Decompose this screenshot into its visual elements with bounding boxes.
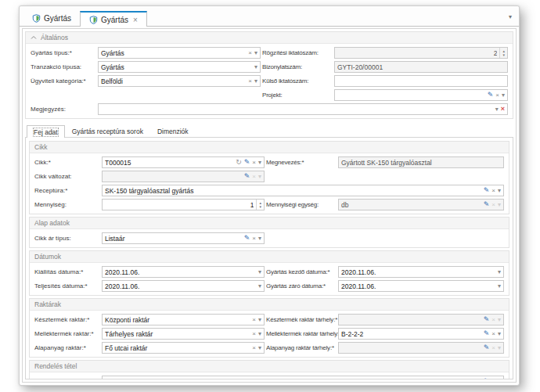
mellektermek-tarhely-field[interactable]: ✎×▾ xyxy=(338,328,504,340)
dropdown-icon[interactable]: ▾ xyxy=(258,160,261,166)
gyartas-zaro-datuma-input[interactable] xyxy=(339,281,497,291)
tab-gyartas-detail[interactable]: Gyártás × xyxy=(80,11,147,27)
ugyviteli-kategoria-field[interactable]: ×▾ xyxy=(98,75,261,87)
ugyviteli-kategoria-input[interactable] xyxy=(99,76,247,86)
section-title: Alap adatok xyxy=(34,219,70,227)
tab-overflow-icon[interactable]: ▾ xyxy=(509,13,512,20)
teljesites-datuma-input[interactable] xyxy=(103,281,257,291)
edit-icon[interactable]: ✎ xyxy=(484,344,490,351)
kesztermek-raktar-input[interactable] xyxy=(103,315,251,325)
gyartas-kezdo-datuma-field[interactable]: ▾ xyxy=(338,266,504,278)
section-altalanos: Általános Gyártás típus:* ×▾ Rögzítési i… xyxy=(25,31,513,119)
tranzakcio-tipusa-input[interactable] xyxy=(99,62,254,72)
gyartas-kezdo-datuma-label: Gyártás kezdő dátuma:* xyxy=(266,268,338,275)
spinner[interactable]: ▴▾ xyxy=(256,200,264,210)
cikk-valtozat-field: ✎×▾ xyxy=(102,171,265,182)
clear-icon[interactable]: × xyxy=(252,345,256,351)
edit-icon[interactable]: ✎ xyxy=(484,316,490,323)
kimeno-rendeles-input[interactable] xyxy=(103,376,483,379)
mellektermek-tarhely-input[interactable] xyxy=(339,329,483,339)
receptura-input[interactable] xyxy=(103,185,483,196)
remove-icon[interactable]: × xyxy=(501,106,505,113)
kulso-iktatoszam-input[interactable] xyxy=(335,76,507,86)
edit-icon[interactable]: ✎ xyxy=(484,187,490,194)
mennyiseg-field[interactable]: ▴▾ xyxy=(102,199,265,210)
clear-icon[interactable]: × xyxy=(248,50,252,56)
projekt-input[interactable] xyxy=(335,90,487,100)
clear-icon[interactable]: × xyxy=(252,317,256,323)
gyartas-zaro-datuma-field[interactable]: ▾ xyxy=(338,280,504,292)
gyartas-tipus-field[interactable]: ×▾ xyxy=(98,47,261,59)
clear-icon[interactable]: × xyxy=(252,331,256,337)
kiallitas-datuma-input[interactable] xyxy=(103,267,257,277)
dropdown-icon[interactable]: ▾ xyxy=(498,283,501,290)
section-altalanos-header[interactable]: Általános xyxy=(26,32,513,44)
tab-gyartas-receptura-sorok[interactable]: Gyártás receptúra sorok xyxy=(65,124,150,137)
field-row: Cikk:* ↻✎×▾ Megnevezés:* xyxy=(34,156,504,168)
collapse-icon[interactable] xyxy=(31,35,37,40)
refresh-icon[interactable]: ↻ xyxy=(236,159,242,166)
receptura-field[interactable]: ✎×▾ xyxy=(102,185,504,196)
dropdown-icon[interactable]: ▾ xyxy=(498,331,501,337)
tranzakcio-tipusa-field[interactable]: ▾ xyxy=(98,61,261,73)
field-row: Megjegyzés: ▾× xyxy=(31,103,508,115)
mellektermek-raktar-input[interactable] xyxy=(103,329,251,339)
edit-icon[interactable]: ✎ xyxy=(244,159,250,166)
clear-icon[interactable]: × xyxy=(491,188,495,194)
kesztermek-raktar-field[interactable]: ×▾ xyxy=(102,314,265,325)
edit-icon[interactable]: ✎ xyxy=(244,173,250,180)
edit-icon[interactable]: ✎ xyxy=(484,330,490,337)
tab-fej-adat[interactable]: Fej adat xyxy=(27,125,65,138)
dropdown-icon: ▾ xyxy=(498,202,501,208)
edit-icon[interactable]: ✎ xyxy=(488,92,494,99)
dropdown-icon[interactable]: ▾ xyxy=(502,92,505,99)
megjegyzes-field[interactable]: ▾× xyxy=(98,103,508,115)
kiallitas-datuma-field[interactable]: ▾ xyxy=(102,266,265,278)
projekt-label: Projekt: xyxy=(262,92,334,99)
dropdown-icon[interactable]: ▾ xyxy=(498,269,501,275)
dropdown-icon[interactable]: ▾ xyxy=(258,317,261,323)
cikk-ar-tipus-field[interactable]: ✎×▾ xyxy=(102,232,265,244)
mellektermek-raktar-field[interactable]: ×▾ xyxy=(102,328,265,340)
tab-dimenziok[interactable]: Dimenziók xyxy=(150,124,196,137)
dropdown-icon[interactable]: ▾ xyxy=(254,64,257,70)
teljesites-datuma-field[interactable]: ▾ xyxy=(102,280,265,292)
mennyisegi-egyseg-label: Mennyiségi egység: xyxy=(266,201,338,208)
cikk-field[interactable]: ↻✎×▾ xyxy=(102,156,265,168)
alapanyag-raktar-input[interactable] xyxy=(103,343,251,353)
gyartas-tipus-input[interactable] xyxy=(99,48,247,58)
mennyiseg-input[interactable] xyxy=(103,200,256,210)
tab-close-icon[interactable]: × xyxy=(133,16,138,24)
edit-icon[interactable]: ✎ xyxy=(484,378,490,379)
field-row: Tranzakció típusa: ▾ Bizonylatszám: xyxy=(31,61,508,73)
dropdown-icon[interactable]: ▾ xyxy=(258,269,261,275)
megjegyzes-input[interactable] xyxy=(99,104,495,114)
alapanyag-raktar-label: Alapanyag raktár:* xyxy=(34,344,102,351)
dropdown-icon[interactable]: ▾ xyxy=(498,188,501,194)
clear-icon[interactable]: × xyxy=(252,160,256,166)
dropdown-icon[interactable]: ▾ xyxy=(258,236,261,242)
kimeno-rendeles-field[interactable]: ✎×▾ xyxy=(102,376,504,379)
projekt-field[interactable]: ✎×▾ xyxy=(334,89,508,101)
kulso-iktatoszam-field[interactable] xyxy=(334,75,508,87)
clear-icon[interactable]: × xyxy=(248,78,252,85)
clear-icon[interactable]: × xyxy=(491,331,495,337)
dropdown-icon[interactable]: ▾ xyxy=(258,283,261,290)
dropdown-icon[interactable]: ▾ xyxy=(258,331,261,337)
alapanyag-raktar-field[interactable]: ×▾ xyxy=(102,342,265,354)
spinner[interactable]: ▴▾ xyxy=(499,48,507,58)
dropdown-icon[interactable]: ▾ xyxy=(254,50,257,56)
dropdown-icon[interactable]: ▾ xyxy=(258,345,261,351)
dropdown-icon[interactable]: ▾ xyxy=(495,106,499,113)
clear-icon[interactable]: × xyxy=(252,236,256,242)
tab-gyartas-list[interactable]: Gyártás xyxy=(23,10,80,26)
clear-icon[interactable]: × xyxy=(495,92,499,99)
dropdown-icon[interactable]: ▾ xyxy=(254,78,257,85)
cikk-ar-tipus-input[interactable] xyxy=(103,233,243,243)
edit-icon[interactable]: ✎ xyxy=(484,201,490,208)
cikk-label: Cikk:* xyxy=(34,159,102,166)
edit-icon[interactable]: ✎ xyxy=(244,235,250,242)
cikk-input[interactable] xyxy=(103,157,235,167)
megjegyzes-label: Megjegyzés: xyxy=(31,106,98,113)
gyartas-kezdo-datuma-input[interactable] xyxy=(339,267,497,277)
